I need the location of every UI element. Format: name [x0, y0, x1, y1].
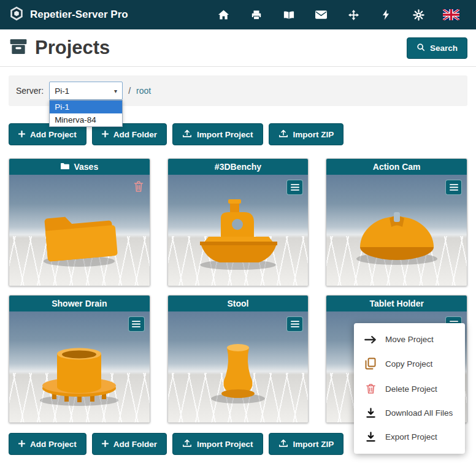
project-card-stool: Stool	[167, 295, 309, 423]
brand-title: Repetier-Server Pro	[30, 9, 128, 21]
import-zip-button[interactable]: Import ZIP	[269, 123, 344, 145]
page-title: Projects	[35, 37, 110, 59]
project-thumbnail[interactable]	[9, 311, 150, 422]
project-card-header[interactable]: #3DBenchy	[168, 159, 309, 175]
project-card-header[interactable]: Shower Drain	[9, 296, 150, 311]
trash-icon	[364, 383, 377, 394]
menu-item-delete-project[interactable]: Delete Project	[354, 376, 465, 401]
page-header: Projects Search	[0, 29, 476, 67]
server-label: Server:	[16, 86, 44, 96]
project-card-header[interactable]: Tablet Holder	[326, 296, 467, 311]
project-card-3dbenchy: #3DBenchy	[167, 158, 309, 286]
project-card-header[interactable]: Vases	[9, 159, 150, 175]
project-title: Action Cam	[373, 162, 421, 172]
home-icon[interactable]	[207, 0, 240, 29]
add-project-button-bottom[interactable]: Add Project	[9, 433, 86, 455]
project-title: Shower Drain	[52, 299, 107, 308]
mail-icon[interactable]	[305, 0, 337, 29]
plus-icon	[102, 130, 109, 139]
export-icon	[364, 432, 377, 442]
flag-uk-icon[interactable]	[435, 0, 467, 29]
card-menu-button[interactable]	[286, 180, 303, 195]
upload-icon	[278, 129, 288, 140]
plus-icon	[18, 440, 25, 449]
copy-icon	[364, 357, 377, 370]
add-folder-button-bottom[interactable]: Add Folder	[92, 433, 167, 455]
project-card-header[interactable]: Action Cam	[326, 159, 467, 175]
model-render-shower-drain	[18, 324, 140, 416]
import-project-button[interactable]: Import Project	[172, 123, 263, 145]
menu-item-export-project[interactable]: Export Project	[354, 425, 465, 449]
menu-item-copy-project[interactable]: Copy Project	[354, 351, 465, 376]
expand-icon[interactable]	[337, 0, 370, 29]
book-icon[interactable]	[272, 0, 305, 29]
model-render-benchy	[177, 188, 299, 280]
navbar: Repetier-Server Pro	[0, 0, 476, 29]
card-menu-button[interactable]	[286, 316, 303, 332]
upload-icon	[182, 129, 192, 140]
project-title: Stool	[227, 299, 248, 308]
plus-icon	[18, 130, 25, 139]
breadcrumb-root-link[interactable]: root	[136, 86, 151, 96]
project-title: Tablet Holder	[369, 299, 423, 308]
project-thumbnail[interactable]	[326, 175, 467, 286]
model-render-stool	[177, 324, 299, 416]
server-bar: Server: Pi-1 ▾ Pi-1 Minerva-84 / root	[9, 75, 467, 106]
breadcrumb-separator: /	[128, 86, 131, 96]
project-context-menu: Move Project Copy Project Delete Project…	[354, 323, 465, 454]
chevron-down-icon: ▾	[114, 88, 117, 94]
import-project-button-bottom[interactable]: Import Project	[172, 433, 263, 455]
gear-icon[interactable]	[402, 0, 435, 29]
search-icon	[416, 43, 425, 53]
navbar-icons	[207, 0, 467, 29]
model-render-action-cam	[336, 188, 458, 280]
project-title: Vases	[74, 162, 98, 172]
server-option-pi1[interactable]: Pi-1	[50, 101, 122, 113]
project-card-vases: Vases	[9, 158, 150, 286]
plus-icon	[102, 440, 109, 449]
project-thumbnail[interactable]	[168, 311, 309, 422]
menu-item-move-project[interactable]: Move Project	[354, 328, 465, 351]
project-thumbnail[interactable]	[168, 175, 309, 286]
projects-icon	[9, 37, 28, 59]
card-menu-button[interactable]	[128, 316, 145, 332]
server-select[interactable]: Pi-1 ▾ Pi-1 Minerva-84	[49, 82, 123, 100]
project-title: #3DBenchy	[215, 162, 261, 172]
project-card-shower-drain: Shower Drain	[9, 295, 150, 423]
app-logo-icon	[9, 6, 25, 25]
printer-icon[interactable]	[240, 0, 272, 29]
search-button[interactable]: Search	[407, 37, 467, 59]
bolt-icon[interactable]	[370, 0, 402, 29]
server-option-minerva84[interactable]: Minerva-84	[50, 113, 122, 126]
upload-icon	[182, 438, 192, 449]
card-menu-button[interactable]	[445, 180, 462, 195]
model-render-folder	[18, 188, 140, 280]
project-thumbnail[interactable]	[9, 175, 150, 286]
server-select-value: Pi-1	[55, 86, 69, 96]
upload-icon	[278, 438, 288, 449]
import-zip-button-bottom[interactable]: Import ZIP	[269, 433, 344, 455]
download-icon	[364, 408, 377, 418]
project-card-header[interactable]: Stool	[168, 296, 309, 311]
project-card-action-cam: Action Cam	[326, 158, 467, 286]
move-icon	[364, 335, 377, 344]
menu-item-download-all-files[interactable]: Download All Files	[354, 401, 465, 425]
server-select-options: Pi-1 Minerva-84	[49, 100, 123, 127]
delete-folder-button[interactable]	[132, 180, 145, 195]
folder-icon	[60, 162, 69, 172]
brand[interactable]: Repetier-Server Pro	[9, 6, 128, 25]
